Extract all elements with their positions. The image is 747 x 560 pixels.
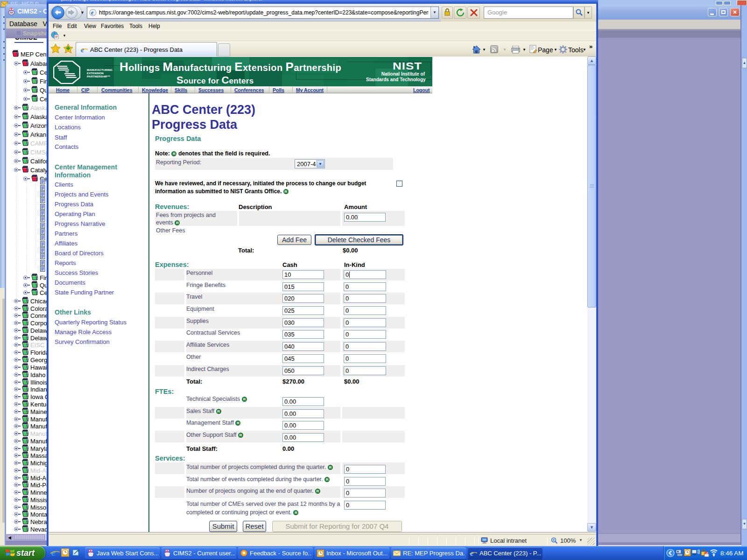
svg-text:e: e — [91, 9, 94, 16]
